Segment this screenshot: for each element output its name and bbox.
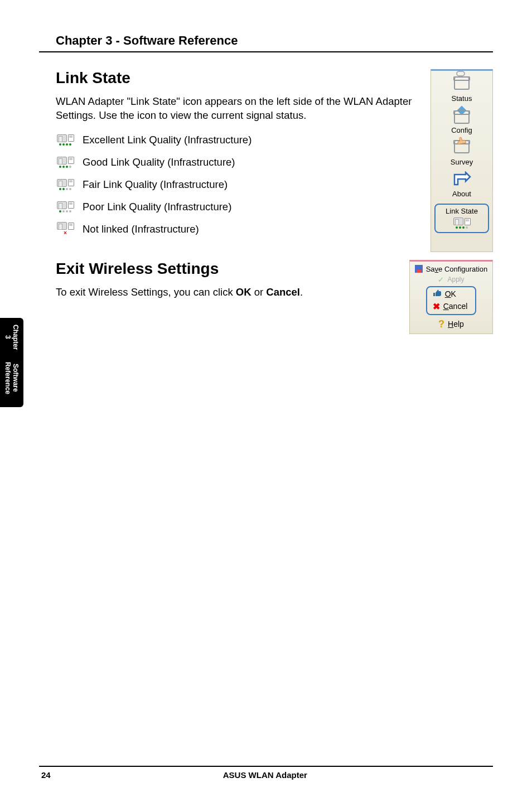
check-icon: ✓ <box>438 276 444 284</box>
panel-link-state-label: Link State <box>446 207 478 215</box>
list-item: Poor Link Quality (Infrastructure) <box>56 199 419 215</box>
list-item-label: Good Link Quality (Infrastructure) <box>83 156 235 168</box>
ok-label: OK <box>445 289 456 298</box>
page-number: 24 <box>41 770 51 780</box>
panel-link-state-box: Link State <box>434 204 489 233</box>
list-item: Fair Link Quality (Infrastructure) <box>56 176 419 193</box>
help-button[interactable]: ? Help <box>438 318 464 330</box>
chapter-header: Chapter 3 - Software Reference <box>39 33 493 48</box>
panel-item-about[interactable]: About <box>431 171 492 198</box>
signal-excellent-icon <box>56 132 75 148</box>
signal-fair-icon <box>56 176 75 193</box>
divider <box>39 766 493 767</box>
footer: 24 ASUS WLAN Adapter <box>39 766 493 780</box>
exit-body: To exit Wireless Settings, you can click… <box>56 286 398 299</box>
list-item-label: Poor Link Quality (Infrastructure) <box>83 201 231 213</box>
save-label: Save Configuration <box>426 265 488 273</box>
panel-item-config[interactable]: Config <box>431 107 492 134</box>
survey-icon <box>451 139 472 156</box>
ok-cancel-group: OK ✖ Cancel <box>426 286 477 315</box>
ok-icon <box>433 289 442 299</box>
status-icon <box>451 75 472 92</box>
divider <box>39 51 493 52</box>
save-configuration-button[interactable]: Save Configuration <box>415 265 488 273</box>
list-item-label: Fair Link Quality (Infrastructure) <box>83 178 228 191</box>
help-label: Help <box>448 320 464 328</box>
side-tab-chapter: Chapter 3 <box>4 325 20 350</box>
panel-item-survey[interactable]: Survey <box>431 139 492 166</box>
link-state-heading: Link State <box>56 69 419 87</box>
side-chapter-tab: Chapter 3 Software Reference <box>0 318 23 407</box>
link-state-icon <box>453 218 471 229</box>
panel-label: Survey <box>451 158 473 166</box>
signal-good-icon <box>56 154 75 171</box>
link-state-body: WLAN Adapter "Link State" icon appears o… <box>56 95 419 123</box>
panel-item-status[interactable]: Status <box>431 75 492 103</box>
close-icon: ✖ <box>433 301 440 312</box>
panel-label: About <box>452 190 471 198</box>
side-tab-sub: Software Reference <box>4 355 20 400</box>
signal-none-icon: × <box>56 221 75 238</box>
ok-button[interactable]: OK <box>433 289 468 299</box>
list-item: Good Link Quality (Infrastructure) <box>56 154 419 171</box>
about-icon <box>451 171 472 187</box>
list-item-label: Not linked (Infrastructure) <box>83 223 199 235</box>
save-icon <box>415 265 423 273</box>
cancel-button[interactable]: ✖ Cancel <box>433 301 468 312</box>
apply-label: Apply <box>447 276 464 283</box>
list-item: × Not linked (Infrastructure) <box>56 221 419 238</box>
footer-title: ASUS WLAN Adapter <box>223 770 307 780</box>
panel-label: Status <box>452 94 472 103</box>
cancel-label: Cancel <box>443 302 468 311</box>
settings-panel: Status Config Survey <box>431 69 493 252</box>
list-item-label: Excellent Link Quality (Infrastructure) <box>83 134 252 146</box>
signal-poor-icon <box>56 199 75 215</box>
list-item: Excellent Link Quality (Infrastructure) <box>56 132 419 148</box>
help-icon: ? <box>438 318 444 330</box>
panel-label: Config <box>451 126 472 134</box>
apply-button: ✓ Apply <box>438 276 464 284</box>
link-quality-list: Excellent Link Quality (Infrastructure) … <box>56 132 419 238</box>
config-icon <box>451 107 472 124</box>
exit-heading: Exit Wireless Settings <box>56 260 398 278</box>
config-save-panel: Save Configuration ✓ Apply OK ✖ Cancel <box>409 260 493 334</box>
